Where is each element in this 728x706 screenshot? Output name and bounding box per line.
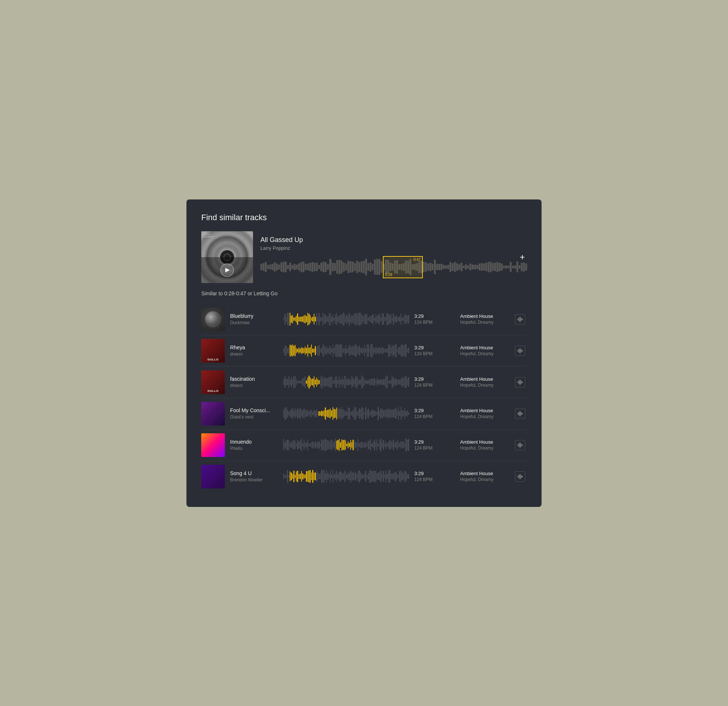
track-meta: 3:29124 BPM: [414, 439, 455, 451]
track-waveform[interactable]: [283, 310, 409, 328]
track-name-col: Song 4 UBrendon Moeller: [230, 470, 278, 483]
track-row: Song 4 UBrendon Moeller3:29124 BPMAmbien…: [201, 461, 527, 492]
track-mood: Hopeful, Dreamy: [460, 446, 508, 451]
track-name-col: Rheyadreem: [230, 344, 278, 357]
track-row: DULLOfascinationdreem3:29124 BPMAmbient …: [201, 367, 527, 398]
svg-rect-29: [522, 476, 523, 477]
similar-label: Similar to 0:28-0:47 or Letting Go: [201, 291, 527, 297]
mini-waveform-bars: [283, 310, 409, 328]
track-name-col: Fool My Consci...Giant's nest: [230, 407, 278, 420]
genre-name: Ambient House: [460, 345, 508, 350]
track-duration: 3:29: [414, 345, 455, 350]
svg-rect-6: [519, 349, 519, 353]
track-duration: 3:29: [414, 408, 455, 413]
add-to-library-button[interactable]: [515, 314, 525, 324]
selection-start-time: 0:28: [385, 273, 420, 277]
svg-rect-13: [521, 381, 521, 384]
track-row: BlueblurryDuckmaw3:29124 BPMAmbient Hous…: [201, 304, 527, 335]
svg-rect-25: [517, 476, 518, 477]
track-mood: Hopeful, Dreamy: [460, 383, 508, 388]
add-button[interactable]: +: [518, 253, 527, 262]
svg-rect-17: [520, 411, 520, 416]
svg-rect-10: [517, 382, 518, 383]
hero-track: LARRYPOPPINS All Gassed Up Larry Poppinz…: [201, 231, 527, 283]
track-title: Innuendo: [230, 439, 278, 445]
track-waveform[interactable]: [283, 405, 409, 422]
svg-rect-4: [522, 318, 523, 320]
track-artist: Duckmaw: [230, 320, 278, 325]
track-bpm: 124 BPM: [414, 477, 455, 482]
track-bpm: 124 BPM: [414, 383, 455, 388]
track-row: DULLORheyadreem3:29124 BPMAmbient HouseH…: [201, 335, 527, 367]
add-to-library-button[interactable]: [515, 440, 525, 450]
track-thumbnail: DULLO: [201, 370, 225, 394]
track-row: InnuendoPhello3:29124 BPMAmbient HouseHo…: [201, 430, 527, 461]
track-action: [513, 408, 527, 419]
track-duration: 3:29: [414, 313, 455, 319]
genre-name: Ambient House: [460, 471, 508, 476]
track-artist: Phello: [230, 446, 278, 451]
svg-rect-2: [520, 317, 520, 322]
svg-rect-7: [520, 348, 520, 353]
track-thumbnail: [201, 308, 225, 331]
track-waveform[interactable]: [283, 373, 409, 391]
svg-rect-21: [519, 443, 519, 447]
hero-play-button[interactable]: [221, 263, 234, 277]
add-to-library-button[interactable]: [515, 346, 525, 356]
svg-rect-28: [521, 475, 521, 478]
svg-rect-18: [521, 412, 521, 415]
hero-info-section: All Gassed Up Larry Poppinz 0:47 0:28: [253, 236, 527, 278]
track-genre: Ambient HouseHopeful, Dreamy: [460, 376, 508, 388]
hero-track-artist: Larry Poppinz: [260, 245, 527, 251]
svg-rect-16: [519, 412, 519, 415]
add-to-library-button[interactable]: [515, 472, 525, 482]
disc-label: LARRYPOPPINS: [204, 233, 214, 238]
track-genre: Ambient HouseHopeful, Dreamy: [460, 439, 508, 451]
hero-selection-overlay[interactable]: 0:47 0:28: [383, 256, 423, 278]
track-mood: Hopeful, Dreamy: [460, 351, 508, 356]
track-meta: 3:29124 BPM: [414, 345, 455, 356]
waveform-icon: [517, 316, 523, 322]
hero-album-art: LARRYPOPPINS: [201, 231, 253, 283]
genre-name: Ambient House: [460, 439, 508, 445]
waveform-icon: [517, 442, 523, 448]
genre-name: Ambient House: [460, 408, 508, 413]
track-genre: Ambient HouseHopeful, Dreamy: [460, 408, 508, 419]
track-meta: 3:29124 BPM: [414, 376, 455, 388]
waveform-icon: [517, 379, 523, 385]
track-duration: 3:29: [414, 471, 455, 476]
svg-rect-11: [519, 380, 519, 384]
track-name-col: fascinationdreem: [230, 376, 278, 388]
track-waveform[interactable]: [283, 468, 409, 485]
svg-rect-3: [521, 318, 521, 321]
hero-play-overlay: [201, 257, 253, 283]
track-action: [513, 377, 527, 388]
app-window: Find similar tracks LARRYPOPPINS All Gas…: [186, 200, 542, 507]
svg-rect-14: [522, 382, 523, 383]
track-artist: dreem: [230, 383, 278, 388]
track-action: [513, 346, 527, 356]
track-waveform[interactable]: [283, 436, 409, 454]
track-thumbnail: [201, 402, 225, 425]
track-name-col: InnuendoPhello: [230, 439, 278, 451]
add-to-library-button[interactable]: [515, 408, 525, 419]
play-icon: [225, 268, 230, 272]
track-thumbnail: DULLO: [201, 339, 225, 363]
track-waveform[interactable]: [283, 342, 409, 360]
hero-waveform[interactable]: 0:47 0:28: [260, 256, 527, 278]
svg-rect-15: [517, 413, 518, 414]
svg-rect-0: [517, 318, 518, 320]
mini-waveform-bars: [283, 405, 409, 422]
track-artist: Giant's nest: [230, 414, 278, 420]
track-action: [513, 314, 527, 324]
track-title: Fool My Consci...: [230, 407, 278, 413]
add-to-library-button[interactable]: [515, 377, 525, 388]
svg-rect-23: [521, 444, 521, 447]
track-artist: Brendon Moeller: [230, 477, 278, 483]
track-meta: 3:29124 BPM: [414, 408, 455, 419]
track-artist: dreem: [230, 352, 278, 357]
mini-waveform-bars: [283, 342, 409, 360]
track-bpm: 124 BPM: [414, 351, 455, 356]
track-bpm: 124 BPM: [414, 446, 455, 451]
track-thumbnail: [201, 433, 225, 457]
